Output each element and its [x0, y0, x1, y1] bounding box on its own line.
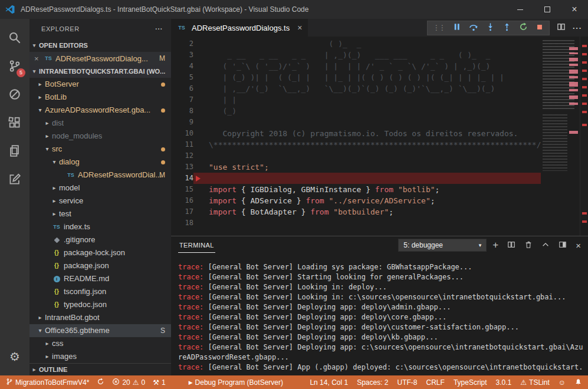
sidebar-more-actions-icon[interactable]: ···	[155, 19, 163, 39]
more-actions-icon[interactable]: ···	[573, 24, 582, 32]
tslint-indicator[interactable]: ⚠TSLint	[520, 378, 549, 387]
terminal-output[interactable]: trace: [General Bot Server] Loading sys …	[171, 254, 588, 375]
maximize-panel-icon[interactable]	[541, 240, 550, 250]
minimap[interactable]	[541, 37, 580, 236]
split-editor-icon[interactable]	[557, 22, 566, 33]
chevron-right-icon: ▸	[35, 311, 45, 324]
line-number: 14	[171, 173, 193, 184]
code-editor[interactable]: 2 ( )_ _3 _ __ _ __ _ _ | ,_)(_) ___ ___…	[171, 37, 588, 236]
git-branch-indicator[interactable]: MigrationToBotFmwV4*	[6, 378, 89, 387]
tree-item-dialog[interactable]: ▾dialog	[29, 156, 171, 169]
tree-item-botserver[interactable]: ▸BotServer	[29, 78, 171, 91]
outline-section-header[interactable]: ▸ OUTLINE	[29, 363, 171, 375]
tree-item-tsconfig-json[interactable]: {}tsconfig.json	[29, 285, 171, 298]
tree-item-label: tsconfig.json	[64, 285, 106, 298]
tree-item-label: .gitignore	[64, 233, 95, 246]
error-icon	[112, 378, 120, 387]
language-indicator[interactable]: TypeScript	[454, 378, 487, 387]
editor-actions: ···	[557, 22, 582, 33]
code-text	[193, 150, 541, 161]
terminal-selector-dropdown[interactable]: 5: debuggee ▾	[398, 239, 487, 252]
trace-level: trace:	[178, 363, 203, 371]
sidebar-title: EXPLORER ···	[29, 19, 171, 39]
tree-item-src[interactable]: ▾src	[29, 143, 171, 156]
tree-item-adresetpassworddial[interactable]: TSADResetPasswordDial...M	[29, 169, 171, 182]
stop-icon[interactable]	[536, 23, 544, 33]
tree-item-images[interactable]: ▸images	[29, 350, 171, 363]
debug-status[interactable]: ▶ Debug Program (BotServer)	[189, 378, 283, 387]
code-line-2: 2 ( )_ _	[171, 38, 541, 50]
encoding-indicator[interactable]: UTF-8	[398, 378, 418, 387]
tree-item-label: index.ts	[64, 220, 90, 233]
activity-bar: 5 ⚙	[0, 19, 29, 375]
version-indicator[interactable]: 3.0.1	[496, 378, 512, 387]
tree-item-package-lock-json[interactable]: {}package-lock.json	[29, 246, 171, 259]
step-into-icon[interactable]	[486, 22, 495, 33]
tree-item-node-modules[interactable]: ▸node_modules	[29, 130, 171, 143]
debug-icon[interactable]	[0, 80, 29, 108]
restart-icon[interactable]	[519, 22, 528, 33]
chevron-right-icon: ▸	[42, 117, 52, 130]
notifications-bell-icon[interactable]	[574, 378, 582, 386]
edit-icon[interactable]	[0, 165, 29, 193]
maximize-button[interactable]	[534, 0, 561, 19]
workspace-section-header[interactable]: ▾ INTRANETBOTQUICKSTART.GBAI (WO...	[29, 65, 171, 78]
step-out-icon[interactable]	[502, 22, 511, 33]
line-number: 6	[171, 83, 193, 94]
tree-item-dist[interactable]: ▸dist	[29, 117, 171, 130]
eol-indicator[interactable]: CRLF	[426, 378, 445, 387]
problems-indicator[interactable]: 20 ⚠ 0	[112, 378, 145, 387]
trace-level: trace:	[178, 293, 203, 301]
tasks-indicator[interactable]: ⚒ 1	[153, 378, 165, 387]
tree-item-label: css	[52, 337, 64, 350]
drag-grip-icon[interactable]: ⋮⋮	[433, 24, 445, 32]
ts-file-icon: TS	[44, 55, 53, 61]
overview-ruler[interactable]	[580, 37, 588, 236]
tree-item-office365-gbtheme[interactable]: ▾Office365.gbthemeS	[29, 324, 171, 337]
kill-terminal-icon[interactable]	[524, 240, 533, 250]
cursor-position[interactable]: Ln 14, Col 1	[310, 378, 348, 387]
step-over-icon[interactable]	[469, 22, 478, 34]
tree-item-index-ts[interactable]: TSindex.ts	[29, 220, 171, 233]
tree-item-css[interactable]: ▸css	[29, 337, 171, 350]
new-terminal-icon[interactable]: +	[492, 240, 498, 250]
tree-item-package-json[interactable]: {}package.json	[29, 259, 171, 272]
close-button[interactable]: ×	[561, 0, 588, 19]
open-editors-header[interactable]: ▾ OPEN EDITORS	[29, 39, 171, 52]
tree-item-test[interactable]: ▸test	[29, 207, 171, 220]
tree-item-readme-md[interactable]: iREADME.md	[29, 272, 171, 285]
minimize-button[interactable]	[507, 0, 534, 19]
code-text: ( '_`\ ( '__)/'_` ) | | | | /' _ ` _ `\ …	[193, 61, 541, 72]
close-icon[interactable]: ×	[297, 23, 302, 32]
source-control-icon[interactable]: 5	[0, 52, 29, 80]
search-icon[interactable]	[0, 24, 29, 52]
editor-tab-active[interactable]: TS ADResetPasswordDialogs.ts ×	[171, 19, 308, 37]
tree-item-intranetbot-gbot[interactable]: ▸IntranetBot.gbot	[29, 311, 171, 324]
tree-item-label: ADResetPasswordDial...	[78, 169, 162, 182]
pause-icon[interactable]	[452, 22, 461, 33]
minimap-error-mark	[569, 89, 578, 91]
tree-item-service[interactable]: ▸service	[29, 194, 171, 207]
tree-item-model[interactable]: ▸model	[29, 182, 171, 194]
settings-gear-icon[interactable]: ⚙	[9, 345, 20, 368]
tree-item-botlib[interactable]: ▸BotLib	[29, 91, 171, 104]
tree-item-typedoc-json[interactable]: {}typedoc.json	[29, 298, 171, 311]
feedback-smiley-icon[interactable]: ☺	[559, 378, 566, 387]
files-icon[interactable]	[0, 137, 29, 165]
terminal-line: trace: [General Bot Server] Deploying ap…	[178, 342, 584, 362]
indentation-indicator[interactable]: Spaces: 2	[357, 378, 388, 387]
terminal-tab[interactable]: TERMINAL	[178, 238, 215, 253]
open-editor-item[interactable]: × TS ADResetPasswordDialog... M	[29, 52, 171, 65]
split-terminal-icon[interactable]	[507, 240, 515, 250]
tree-item-gitignore[interactable]: .gitignore	[29, 233, 171, 246]
window-controls: ×	[507, 0, 588, 19]
sync-button[interactable]	[97, 378, 104, 387]
toggle-panel-icon[interactable]	[559, 240, 567, 250]
tree-item-azureadpasswordreset-gba[interactable]: ▾AzureADPasswordReset.gba...	[29, 104, 171, 117]
close-icon[interactable]: ×	[34, 54, 42, 63]
terminal-line: trace: [General Bot Server] Deploying ap…	[178, 332, 584, 342]
chevron-down-icon: ▾	[479, 242, 482, 248]
close-panel-icon[interactable]: ×	[576, 240, 581, 250]
terminal-line: trace: [General Bot Server] Deploying ap…	[178, 322, 584, 332]
extensions-icon[interactable]	[0, 108, 29, 137]
